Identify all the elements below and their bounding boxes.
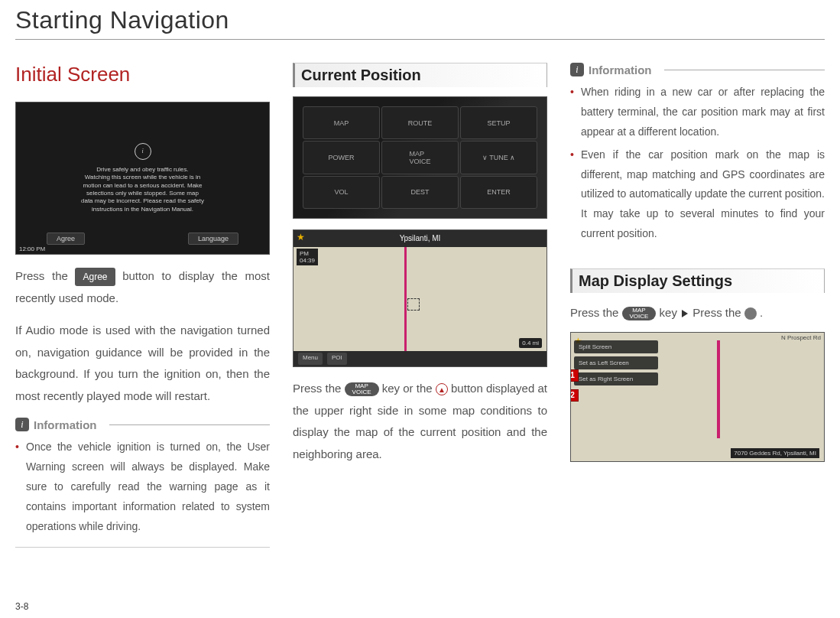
column-1: Initial Screen i Drive safely and obey t… (15, 63, 270, 548)
set-right-screen-option: Set as Right Screen (574, 372, 658, 385)
map-crosshair-icon (407, 298, 420, 311)
warning-language-button: Language (188, 233, 238, 245)
warning-text: Drive safely and obey traffic rules. Wat… (81, 166, 204, 213)
column-3: i Information When riding in a new car o… (570, 63, 825, 548)
dash-dest-button: DEST (381, 176, 459, 209)
dash-tune-button: ∨ TUNE ∧ (460, 141, 537, 174)
text: key (660, 306, 677, 319)
col3-body: Press the MAP VOICE key Press the . (570, 302, 825, 324)
text: Press the (293, 382, 345, 395)
text: Press the (15, 269, 75, 282)
page-number: 3-8 (15, 601, 28, 612)
warning-agree-button: Agree (47, 233, 85, 245)
key-bot: VOICE (352, 389, 371, 395)
rule-line (664, 70, 825, 70)
map-route-line (710, 340, 727, 438)
agree-button-label: Agree (75, 268, 115, 287)
map-menu-button: Menu (298, 353, 323, 365)
info-list: When riding in a new car or after replac… (570, 83, 825, 255)
map-screenshot: Ypsilanti, MI ★ PM 04:39 0.4 mi Menu POI (293, 229, 547, 367)
col2-body: Press the MAP VOICE key or the ▲ button … (293, 378, 547, 465)
dash-vol-label: VOL (303, 176, 380, 209)
text: . (760, 306, 763, 319)
up-arrow-icon: ▲ (436, 383, 448, 395)
map-options-panel: Split Screen Set as Left Screen Set as R… (574, 340, 658, 385)
page-title: Starting Navigation (15, 0, 825, 40)
col1-body-2: If Audio mode is used with the navigatio… (15, 320, 270, 407)
callout-2: 2 (570, 389, 579, 402)
text: key or the (382, 382, 436, 395)
grey-circle-icon (744, 307, 757, 320)
split-screen-option: Split Screen (574, 340, 658, 353)
dash-route-button: ROUTE (381, 106, 459, 139)
map-voice-key-label: MAP VOICE (622, 307, 657, 320)
map-display-settings-heading: Map Display Settings (570, 268, 825, 293)
dash-mapvoice-button: MAP VOICE (381, 141, 459, 174)
map-voice-key-label: MAP VOICE (345, 382, 379, 396)
callout-1: 1 (570, 369, 579, 382)
info-item: Once the vehicle ignition is turned on, … (15, 437, 270, 536)
text: Press the (570, 306, 622, 319)
text: Press the (692, 306, 744, 319)
map-poi-button: POI (327, 353, 347, 365)
info-icon: i (570, 63, 584, 76)
current-position-heading: Current Position (293, 63, 547, 87)
info-circle-icon: i (135, 143, 151, 160)
key-bot: VOICE (630, 314, 649, 320)
information-title: Information (589, 63, 652, 76)
map-address: 7070 Geddes Rd, Ypsilanti, MI (731, 448, 819, 458)
rule-line (109, 424, 271, 425)
information-header: i Information (15, 418, 270, 431)
triangle-right-icon (682, 310, 688, 317)
info-list: Once the vehicle ignition is turned on, … (15, 437, 270, 548)
map-distance: 0.4 mi (519, 338, 542, 348)
star-icon: ★ (297, 232, 305, 242)
info-item: When riding in a new car or after replac… (570, 83, 825, 142)
col1-body-1: Press the Agree button to display the mo… (15, 265, 270, 309)
map-header: Ypsilanti, MI (294, 230, 546, 247)
column-2: Current Position MAP ROUTE SETUP POWER M… (293, 63, 547, 548)
content-columns: Initial Screen i Drive safely and obey t… (15, 63, 825, 548)
map-time: PM 04:39 (297, 249, 318, 265)
info-item: Even if the car position mark on the map… (570, 145, 825, 244)
dashboard-photo: MAP ROUTE SETUP POWER MAP VOICE ∨ TUNE ∧… (293, 96, 547, 219)
dash-map-label: MAP (303, 106, 380, 139)
map-corner-label: N Prospect Rd (781, 334, 821, 341)
dash-enter-button: ENTER (460, 176, 537, 209)
map-settings-screenshot: ★ N Prospect Rd Split Screen Set as Left… (570, 332, 825, 462)
information-header: i Information (570, 63, 825, 76)
dash-power-button: POWER (303, 141, 380, 174)
information-title: Information (34, 418, 97, 431)
warning-screenshot: i Drive safely and obey traffic rules. W… (15, 102, 270, 255)
initial-screen-heading: Initial Screen (15, 63, 270, 86)
warning-time: 12:00 PM (19, 246, 45, 252)
dash-setup-button: SETUP (460, 106, 537, 139)
info-icon: i (15, 418, 29, 431)
set-left-screen-option: Set as Left Screen (574, 356, 658, 369)
